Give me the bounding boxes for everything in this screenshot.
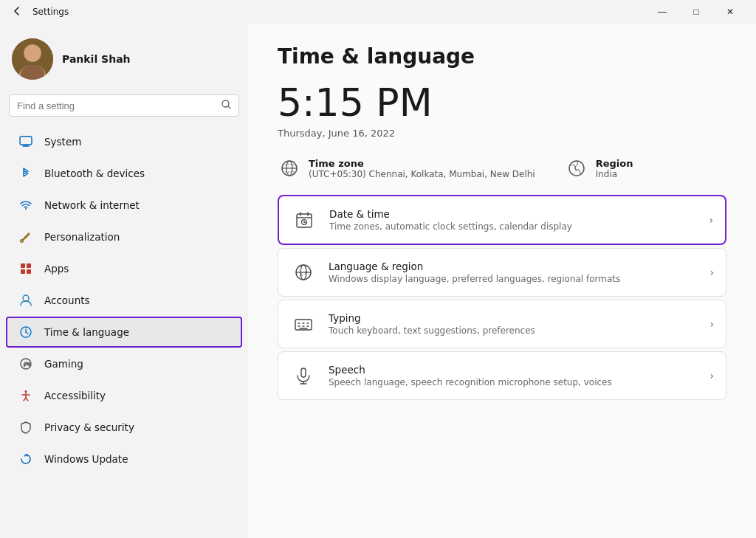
svg-point-3 [24, 45, 41, 61]
titlebar: Settings — □ ✕ [0, 0, 756, 24]
sidebar-item-time[interactable]: Time & language [6, 317, 242, 348]
timezone-icon [278, 156, 301, 180]
sidebar-item-update[interactable]: Windows Update [6, 444, 242, 475]
chevron-right-icon: › [709, 266, 714, 278]
setting-datetime-text: Date & time Time zones, automatic clock … [329, 208, 697, 232]
current-date: Thursday, June 16, 2022 [278, 128, 726, 139]
setting-datetime-desc: Time zones, automatic clock settings, ca… [329, 221, 697, 232]
sidebar-item-accounts[interactable]: Accounts [6, 285, 242, 316]
bluetooth-icon [18, 165, 34, 182]
svg-line-6 [228, 106, 230, 108]
wifi-icon [18, 197, 34, 213]
setting-item-datetime[interactable]: Date & time Time zones, automatic clock … [278, 195, 726, 245]
setting-speech-title: Speech [329, 364, 698, 376]
app-title: Settings [32, 7, 69, 17]
chevron-right-icon: › [709, 214, 713, 226]
timezone-label: Time zone [309, 158, 535, 169]
svg-point-16 [23, 295, 29, 301]
svg-rect-51 [301, 368, 306, 377]
svg-line-37 [304, 222, 306, 223]
titlebar-left: Settings [9, 3, 69, 21]
sidebar-item-personalization[interactable]: Personalization [6, 221, 242, 252]
sidebar-item-apps[interactable]: Apps [6, 253, 242, 284]
timezone-item: Time zone (UTC+05:30) Chennai, Kolkata, … [278, 156, 535, 180]
region-icon [565, 156, 588, 180]
svg-text:文: 文 [304, 270, 308, 275]
setting-typing-desc: Touch keyboard, text suggestions, prefer… [329, 325, 698, 336]
user-name: Pankil Shah [62, 53, 131, 65]
sidebar-item-bluetooth[interactable]: Bluetooth & devices [6, 158, 242, 189]
svg-line-19 [26, 332, 28, 334]
sidebar: Pankil Shah [0, 24, 248, 538]
setting-item-language[interactable]: A 文 Language & region Windows display la… [278, 248, 726, 297]
setting-typing-title: Typing [329, 312, 698, 324]
setting-typing-text: Typing Touch keyboard, text suggestions,… [329, 312, 698, 336]
setting-speech-text: Speech Speech language, speech recogniti… [329, 364, 698, 387]
svg-text:🎮: 🎮 [23, 360, 32, 369]
main-container: Pankil Shah [0, 24, 756, 538]
region-label: Region [596, 158, 633, 169]
back-button[interactable] [9, 3, 25, 21]
region-text: Region India [596, 158, 633, 179]
region-item: Region India [565, 156, 633, 180]
accounts-icon [18, 292, 34, 308]
typing-icon [290, 311, 317, 337]
svg-rect-7 [20, 137, 32, 145]
search-icon [221, 100, 231, 111]
sidebar-item-system[interactable]: System [6, 126, 242, 157]
svg-line-26 [26, 398, 28, 401]
content-area: Time & language 5:15 PM Thursday, June 1… [248, 24, 756, 538]
page-title: Time & language [278, 44, 726, 69]
info-row: Time zone (UTC+05:30) Chennai, Kolkata, … [278, 156, 726, 180]
search-input[interactable] [17, 100, 216, 111]
system-icon [18, 134, 34, 150]
sidebar-item-gaming[interactable]: 🎮 Gaming [6, 348, 242, 379]
time-icon [18, 324, 34, 340]
language-icon: A 文 [290, 259, 317, 286]
setting-language-desc: Windows display language, preferred lang… [329, 274, 698, 284]
sidebar-item-label: Network & internet [44, 199, 140, 211]
avatar [12, 38, 53, 80]
setting-language-text: Language & region Windows display langua… [329, 261, 698, 284]
sidebar-nav: System Bluetooth & devices [0, 125, 248, 475]
sidebar-item-network[interactable]: Network & internet [6, 190, 242, 221]
setting-item-typing[interactable]: Typing Touch keyboard, text suggestions,… [278, 300, 726, 348]
setting-item-speech[interactable]: Speech Speech language, speech recogniti… [278, 351, 726, 400]
setting-datetime-title: Date & time [329, 208, 697, 220]
sidebar-item-label: Personalization [44, 231, 120, 243]
svg-point-30 [569, 161, 584, 176]
sidebar-item-label: Accessibility [44, 390, 106, 401]
accessibility-icon [18, 387, 34, 404]
svg-rect-13 [27, 263, 31, 268]
sidebar-item-accessibility[interactable]: Accessibility [6, 380, 242, 411]
user-profile: Pankil Shah [0, 30, 248, 94]
sidebar-item-label: Gaming [44, 358, 83, 370]
sidebar-item-label: Time & language [44, 326, 129, 338]
setting-language-title: Language & region [329, 261, 698, 272]
sidebar-item-label: Bluetooth & devices [44, 168, 145, 179]
search-box[interactable] [9, 94, 239, 117]
svg-rect-15 [27, 269, 31, 274]
chevron-right-icon: › [709, 370, 714, 382]
svg-line-25 [24, 398, 26, 401]
close-button[interactable]: ✕ [713, 0, 747, 24]
chevron-right-icon: › [709, 318, 714, 330]
gaming-icon: 🎮 [18, 356, 34, 372]
svg-rect-12 [21, 263, 25, 268]
sidebar-item-label: Windows Update [44, 453, 128, 465]
update-icon [18, 451, 34, 467]
timezone-text: Time zone (UTC+05:30) Chennai, Kolkata, … [309, 158, 535, 179]
region-value: India [596, 169, 633, 179]
brush-icon [18, 229, 34, 245]
sidebar-item-privacy[interactable]: Privacy & security [6, 412, 242, 443]
current-time: 5:15 PM [278, 80, 726, 125]
privacy-icon [18, 419, 34, 435]
setting-speech-desc: Speech language, speech recognition micr… [329, 377, 698, 387]
sidebar-item-label: Privacy & security [44, 421, 134, 433]
window-controls: — □ ✕ [645, 0, 747, 24]
apps-icon [18, 261, 34, 277]
maximize-button[interactable]: □ [679, 0, 713, 24]
sidebar-item-label: Apps [44, 263, 69, 275]
minimize-button[interactable]: — [645, 0, 679, 24]
datetime-icon [291, 207, 317, 233]
